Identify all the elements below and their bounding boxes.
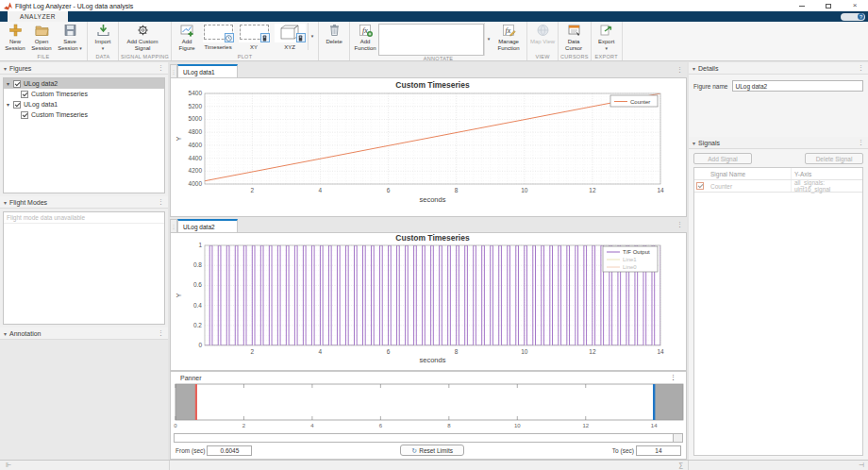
tree-item-ulog-data2[interactable]: ▾ ULog data2 bbox=[4, 78, 164, 89]
data-cursor-icon bbox=[566, 23, 582, 38]
to-input[interactable]: 14 bbox=[636, 445, 681, 456]
close-button[interactable]: × bbox=[849, 1, 860, 10]
function-manage-icon: fx bbox=[501, 23, 517, 38]
signal-checkbox[interactable] bbox=[696, 182, 704, 190]
svg-text:4: 4 bbox=[310, 423, 314, 428]
scrollbar-button[interactable] bbox=[673, 434, 682, 442]
add-figure-button[interactable]: Add Figure bbox=[174, 23, 200, 52]
collapse-caret-icon[interactable]: ▾ bbox=[693, 65, 695, 72]
column-y-axis: Y-Axis bbox=[792, 171, 862, 177]
device-icon bbox=[296, 33, 306, 42]
svg-text:8: 8 bbox=[455, 348, 459, 355]
checkbox-checked[interactable] bbox=[13, 101, 21, 109]
svg-text:Y: Y bbox=[175, 136, 183, 141]
save-icon bbox=[62, 23, 78, 38]
caret-down-icon[interactable]: ▾ bbox=[7, 80, 13, 87]
caret-down-icon[interactable]: ▾ bbox=[7, 101, 13, 108]
save-session-button[interactable]: Save Session ▾ bbox=[55, 23, 85, 52]
checkbox-checked[interactable] bbox=[21, 91, 28, 98]
tabstrip-handle[interactable]: ⋮ bbox=[170, 219, 177, 232]
help-icon: ? bbox=[858, 13, 864, 20]
reset-limits-button[interactable]: ↻ Reset Limits bbox=[400, 445, 464, 456]
clock-icon bbox=[225, 33, 234, 42]
checkbox-checked[interactable] bbox=[13, 80, 21, 88]
section-label-annotate: ANNOTATE bbox=[352, 56, 525, 62]
panner-scrollbar[interactable] bbox=[174, 433, 683, 443]
manage-function-button[interactable]: fx Manage Function bbox=[492, 23, 525, 52]
svg-text:Line0: Line0 bbox=[623, 264, 637, 270]
dock-left-icon[interactable]: ⊩ bbox=[6, 462, 11, 468]
timeseries-plot-tf-output[interactable]: 246810121400.20.40.60.81Custom Timeserie… bbox=[171, 233, 686, 370]
tab-analyzer[interactable]: ANALYZER bbox=[8, 11, 68, 22]
matlab-logo-icon bbox=[4, 2, 12, 10]
tree-item-ulog-data1[interactable]: ▾ ULog data1 bbox=[4, 99, 164, 109]
collapse-icon[interactable]: ∑ bbox=[678, 462, 683, 468]
open-session-button[interactable]: Open Session bbox=[28, 23, 55, 52]
export-button[interactable]: Export▾ bbox=[593, 23, 620, 52]
reset-icon: ↻ bbox=[411, 447, 417, 454]
delete-signal-button[interactable]: Delete Signal bbox=[805, 153, 863, 164]
add-signal-button[interactable]: Add Signal bbox=[693, 153, 752, 164]
collapse-caret-icon[interactable]: ▾ bbox=[4, 199, 7, 206]
gallery-item-xy[interactable]: XY bbox=[236, 23, 272, 50]
svg-text:Counter: Counter bbox=[630, 99, 650, 105]
collapse-caret-icon[interactable]: ▾ bbox=[693, 140, 695, 146]
add-function-button[interactable]: fx Add Function bbox=[352, 23, 378, 52]
details-panel-header[interactable]: ▾ Details ⋮ bbox=[689, 62, 868, 75]
section-label-view: VIEW bbox=[529, 54, 556, 60]
gallery-item-timeseries[interactable]: Timeseries bbox=[200, 23, 236, 50]
ribbon-section-plot: Add Figure Timeseries XY bbox=[172, 22, 319, 60]
dock-right-icon[interactable]: ⊣ bbox=[859, 462, 864, 468]
svg-text:0: 0 bbox=[174, 423, 177, 428]
add-custom-signal-button[interactable]: Add Custom Signal bbox=[121, 23, 164, 52]
panel-menu-icon[interactable]: ⋮ bbox=[676, 221, 683, 228]
delete-button[interactable]: Delete bbox=[321, 23, 347, 45]
gallery-item-xyz[interactable]: XYZ bbox=[272, 23, 308, 50]
tabstrip-handle[interactable]: ⋮ bbox=[170, 64, 177, 77]
svg-text:12: 12 bbox=[589, 348, 596, 355]
timeseries-plot-counter[interactable]: 2468101214400042004400460048005000520054… bbox=[171, 78, 686, 216]
checkbox-checked[interactable] bbox=[21, 111, 28, 119]
svg-text:4200: 4200 bbox=[189, 167, 203, 174]
svg-text:5000: 5000 bbox=[189, 115, 203, 122]
import-button[interactable]: Import▾ bbox=[90, 23, 116, 52]
flight-modes-placeholder: Flight mode data unavailable bbox=[4, 212, 164, 224]
panel-menu-icon[interactable]: ⋮ bbox=[858, 64, 864, 72]
svg-text:0.2: 0.2 bbox=[193, 322, 202, 328]
left-sidebar: ▾ Figures ⋮ ▾ ULog data2 Custom Timeseri… bbox=[0, 62, 168, 460]
annotation-gallery-dropdown[interactable]: ▾ bbox=[484, 23, 492, 56]
panner-strip[interactable]: 02468101214sec bbox=[171, 383, 686, 430]
new-session-button[interactable]: New Session bbox=[2, 23, 28, 52]
annotation-gallery[interactable] bbox=[378, 24, 484, 56]
panel-menu-icon[interactable]: ⋮ bbox=[158, 198, 164, 206]
collapse-caret-icon[interactable]: ▾ bbox=[4, 330, 7, 337]
from-input[interactable]: 0.6045 bbox=[207, 445, 252, 456]
minimize-button[interactable] bbox=[796, 1, 808, 10]
details-body: Figure name ULog data2 bbox=[689, 75, 868, 137]
ribbon-section-export: Export▾ EXPORT bbox=[592, 22, 623, 60]
svg-text:14: 14 bbox=[651, 423, 658, 428]
panel-menu-icon[interactable]: ⋮ bbox=[858, 139, 864, 146]
tree-item-custom-timeseries[interactable]: Custom Timeseries bbox=[4, 109, 164, 120]
figure-tab-ulog-data1[interactable]: ULog data1 bbox=[177, 64, 238, 77]
figures-panel-header[interactable]: ▾ Figures ⋮ bbox=[0, 62, 168, 75]
panel-menu-icon[interactable]: ⋮ bbox=[158, 329, 164, 337]
data-cursor-button[interactable]: Data Cursor bbox=[560, 23, 587, 52]
signals-panel-header[interactable]: ▾ Signals ⋮ bbox=[689, 137, 868, 149]
svg-text:sec: sec bbox=[675, 429, 683, 430]
tree-item-custom-timeseries[interactable]: Custom Timeseries bbox=[4, 89, 164, 99]
gallery-dropdown-button[interactable]: ▾ bbox=[308, 23, 316, 50]
collapse-caret-icon[interactable]: ▾ bbox=[4, 65, 7, 72]
signals-table-row[interactable]: Counter all_signals: uint16_signal bbox=[694, 180, 862, 193]
maximize-button[interactable] bbox=[823, 1, 834, 10]
figure-tab-ulog-data2[interactable]: ULog data2 bbox=[177, 219, 238, 232]
panel-menu-icon[interactable]: ⋮ bbox=[676, 66, 683, 74]
panel-menu-icon[interactable]: ⋮ bbox=[158, 64, 164, 72]
panel-menu-icon[interactable]: ⋮ bbox=[670, 374, 676, 381]
figure-name-input[interactable]: ULog data2 bbox=[732, 80, 864, 92]
help-button[interactable]: ? bbox=[841, 13, 865, 21]
flight-modes-panel-header[interactable]: ▾ Flight Modes ⋮ bbox=[0, 196, 168, 209]
status-bar: ⊩ ∑ ⊣ bbox=[0, 460, 868, 470]
annotation-panel-header[interactable]: ▾ Annotation ⋮ bbox=[0, 327, 168, 340]
from-label: From (sec) bbox=[175, 447, 205, 454]
